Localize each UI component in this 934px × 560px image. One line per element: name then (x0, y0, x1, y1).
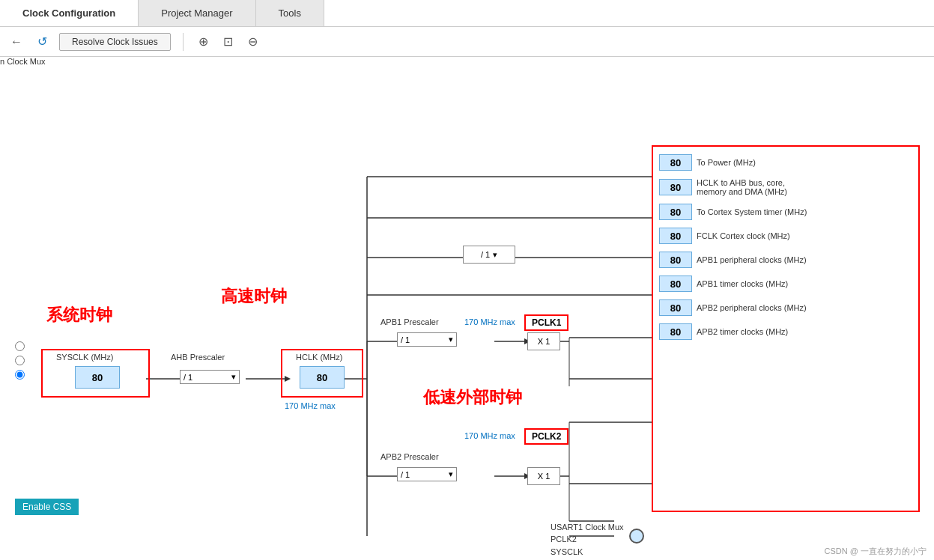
mux-radio-2[interactable] (15, 356, 28, 365)
high-speed-cn-label: 高速时钟 (221, 285, 287, 308)
output-label-1: HCLK to AHB bus, core, memory and DMA (M… (697, 178, 816, 196)
tab-project-manager[interactable]: Project Manager (139, 0, 255, 26)
pclk2-max-label: 170 MHz max (464, 431, 515, 440)
pclk2-box: PCLK2 (524, 428, 568, 445)
zoom-in-button[interactable]: ⊕ (195, 31, 211, 52)
output-label-4: APB1 peripheral clocks (MHz) (697, 255, 807, 264)
pclk1-box: PCLK1 (524, 314, 568, 331)
output-row-7: 80 APB2 timer clocks (MHz) (659, 323, 912, 340)
apb2-prescaler-label: APB2 Prescaler (380, 452, 439, 461)
main-canvas: n Clock Mux SYSCLK (MHz) 80 AHB Prescale… (0, 57, 934, 560)
system-clock-mux (15, 341, 28, 380)
ahb-prescaler-dropdown[interactable]: / 1 ▾ (180, 370, 240, 384)
n-clock-mux-label: n Clock Mux (0, 57, 46, 66)
sysclk-usart-label: SYSCLK (551, 547, 583, 556)
usart-clock-mux-label: USART1 Clock Mux (551, 523, 624, 532)
tab-tools[interactable]: Tools (256, 0, 324, 26)
refresh-button[interactable]: ↺ (34, 31, 50, 52)
hclk-label: HCLK (MHz) (296, 353, 342, 362)
pclk2-usart-label: PCLK2 (551, 535, 577, 544)
ahb-prescaler-label: AHB Prescaler (171, 353, 225, 362)
output-value-5[interactable]: 80 (659, 276, 692, 292)
output-row-2: 80 To Cortex System timer (MHz) (659, 204, 912, 220)
output-value-4[interactable]: 80 (659, 252, 692, 268)
mux-radio-1[interactable] (15, 341, 28, 351)
output-value-3[interactable]: 80 (659, 228, 692, 244)
sysclk-value-box[interactable]: 80 (75, 366, 120, 389)
output-value-7[interactable]: 80 (659, 323, 692, 340)
output-row-3: 80 FCLK Cortex clock (MHz) (659, 228, 912, 244)
hclk-div1-box[interactable]: / 1 ▾ (463, 246, 515, 264)
zoom-out-button[interactable]: ⊖ (245, 31, 261, 52)
watermark: CSDN @ 一直在努力的小宁 (825, 546, 927, 557)
output-label-7: APB2 timer clocks (MHz) (697, 327, 788, 336)
mux-radio-3[interactable] (15, 370, 28, 380)
apb2-prescaler-dropdown[interactable]: / 1 ▾ (397, 467, 457, 481)
toolbar-separator (183, 33, 184, 51)
output-label-5: APB1 timer clocks (MHz) (697, 279, 788, 288)
output-label-2: To Cortex System timer (MHz) (697, 207, 807, 216)
output-value-2[interactable]: 80 (659, 204, 692, 220)
apb2-x1-box: X 1 (527, 467, 560, 485)
back-button[interactable]: ← (7, 32, 25, 52)
output-label-3: FCLK Cortex clock (MHz) (697, 231, 790, 240)
apb1-x1-box: X 1 (527, 332, 560, 350)
output-value-0[interactable]: 80 (659, 154, 692, 171)
sys-clock-cn-label: 系统时钟 (46, 304, 112, 326)
pclk1-max-label: 170 MHz max (464, 317, 515, 326)
output-panel: 80 To Power (MHz) 80 HCLK to AHB bus, co… (652, 145, 920, 512)
tab-clock-config[interactable]: Clock Configuration (0, 0, 139, 26)
output-value-6[interactable]: 80 (659, 299, 692, 316)
output-row-5: 80 APB1 timer clocks (MHz) (659, 276, 912, 292)
apb1-prescaler-label: APB1 Prescaler (380, 317, 439, 326)
output-value-1[interactable]: 80 (659, 179, 692, 195)
output-row-6: 80 APB2 peripheral clocks (MHz) (659, 299, 912, 316)
usart-mux-icon[interactable] (629, 529, 644, 544)
output-row-4: 80 APB1 peripheral clocks (MHz) (659, 252, 912, 268)
low-speed-cn-label: 低速外部时钟 (423, 386, 522, 409)
hclk-value-box[interactable]: 80 (300, 366, 345, 389)
resolve-clock-issues-button[interactable]: Resolve Clock Issues (59, 33, 171, 51)
output-label-6: APB2 peripheral clocks (MHz) (697, 303, 807, 312)
apb1-prescaler-dropdown[interactable]: / 1 ▾ (397, 332, 457, 347)
output-row-1: 80 HCLK to AHB bus, core, memory and DMA… (659, 178, 912, 196)
svg-marker-3 (285, 376, 291, 382)
top-nav: Clock Configuration Project Manager Tool… (0, 0, 934, 27)
sysclk-label: SYSCLK (MHz) (56, 353, 113, 362)
output-label-0: To Power (MHz) (697, 158, 756, 167)
toolbar: ← ↺ Resolve Clock Issues ⊕ ⊡ ⊖ (0, 27, 934, 57)
hclk-max-label: 170 MHz max (285, 401, 336, 410)
output-row-0: 80 To Power (MHz) (659, 154, 912, 171)
fit-button[interactable]: ⊡ (220, 31, 236, 52)
enable-css-button[interactable]: Enable CSS (15, 499, 79, 515)
